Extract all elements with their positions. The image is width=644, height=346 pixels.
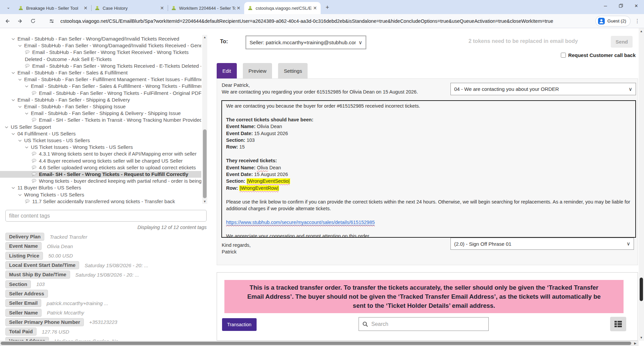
tree-item[interactable]: Email - StubHub - Fan Seller - Shipping … [0, 103, 201, 110]
back-button[interactable] [2, 16, 13, 26]
grid-view-button[interactable] [610, 317, 626, 331]
browser-tab[interactable]: WorkItem 2204644 - Seller Tool✕ [168, 2, 244, 14]
comment-bubble-icon [32, 118, 37, 122]
send-button[interactable]: Send [611, 36, 633, 48]
transaction-button[interactable]: Transaction [222, 318, 257, 331]
tree-item[interactable]: Email - StubHub - Fan Seller - Wrong Tic… [0, 49, 201, 62]
tree-scroll-thumb[interactable] [203, 129, 207, 198]
tag-value: 127.76 USD [42, 329, 69, 335]
tree-item[interactable]: 11 Buyer Blurbs - US Sellers [0, 184, 201, 191]
tab-search-icon[interactable]: ⌄ [3, 1, 14, 13]
blurb-select[interactable]: 04 - We are contacting you about your OR… [450, 83, 636, 95]
tree-item-label: US Seller Support [11, 124, 51, 130]
forward-button[interactable] [15, 16, 25, 26]
tag-value: Saturday 15/08/2026 - 20: ... [85, 263, 148, 268]
request-callback-checkbox-row[interactable]: Request Customer call back [561, 52, 636, 58]
scroll-down-icon[interactable]: ▼ [202, 199, 207, 204]
blurb-body-editor[interactable]: ✖ We are contacting you because the buye… [221, 100, 636, 238]
tracked-transfer-notice: This is a tracked transfer order. To tra… [224, 280, 624, 313]
tree-item[interactable]: Email - StubHub - Fan Seller - Wrong/Dam… [0, 42, 201, 49]
tree-item[interactable]: US Seller Support [0, 124, 201, 130]
restore-button[interactable] [613, 0, 629, 11]
request-callback-label: Request Customer call back [568, 52, 636, 58]
site-settings-icon[interactable] [46, 16, 57, 26]
tag-chip[interactable]: Local Event Start Date/Time [5, 261, 79, 269]
tab-edit[interactable]: Edit [217, 63, 237, 78]
chevron-down-icon [25, 146, 29, 149]
tree-item[interactable]: 4.3.1 Wrong tickets sent to buyer check … [0, 151, 201, 157]
chevron-down-icon [18, 139, 22, 142]
tag-chip[interactable]: Total Paid [5, 328, 37, 336]
profile-button[interactable]: Guest (2) [595, 16, 631, 26]
tag-chip[interactable]: Seller Name [5, 309, 42, 317]
browser-tab[interactable]: Case History✕ [91, 2, 168, 14]
tree-item[interactable]: US Ticket Issues - US Sellers [0, 137, 201, 144]
tab-title: Case History [103, 6, 159, 11]
tokens-warning-text: 2 tokens need to be replaced in email bo… [469, 38, 578, 44]
tag-chip[interactable]: Must Ship By Date/Time [5, 271, 70, 279]
tree-item[interactable]: Wrong tickets - buyer declined keeping w… [0, 178, 201, 184]
tree-item[interactable]: Email - StubHub - Fan Seller - Wrong Tic… [0, 90, 201, 97]
email-line [226, 109, 631, 116]
url-bar[interactable]: cstoolsqa.viagogo.net/CSL/EmailBlurb/Spa… [60, 18, 553, 24]
tree-item[interactable]: Email - StubHub - Fan Seller - Wrong/Dam… [0, 36, 201, 42]
tab-settings[interactable]: Settings [278, 63, 308, 78]
tree-item[interactable]: Email - StubHub - Fan Seller - Sales & F… [0, 83, 201, 90]
signoff-select[interactable]: (2.0) - Sign Off Phrase 01 ∨ [450, 238, 634, 250]
scroll-right-icon[interactable]: ▶ [633, 341, 638, 346]
recipient-select[interactable]: Seller: patrick.mccarthy+training@stubhu… [246, 36, 366, 49]
tree-scrollbar[interactable]: ▲ ▼ [202, 35, 207, 204]
tag-chip[interactable]: Delivery Plan [5, 233, 44, 241]
tree-item[interactable]: 04 Fulfillment - US Sellers [0, 130, 201, 137]
tab-preview[interactable]: Preview [243, 63, 272, 78]
tree-item[interactable]: Email - StubHub - Fan Seller - Wrong Tic… [0, 63, 201, 69]
scroll-up-icon[interactable]: ▲ [639, 29, 644, 34]
tree-item[interactable]: 4.4 Buyer received wrong tickets seller … [0, 158, 201, 164]
browser-tab[interactable]: cstoolsqa.viagogo.net/CSL/Em...✕ [244, 2, 321, 14]
order-details-link[interactable]: https://www.stubhub.com/secure/myaccount… [226, 220, 375, 225]
tag-chip[interactable]: Seller Address [5, 290, 48, 298]
close-tab-icon[interactable]: ✕ [83, 5, 89, 11]
tree-item[interactable]: Email - StubHub - Fan Seller - Fulfillme… [0, 76, 201, 83]
browser-menu-button[interactable]: ⋮ [633, 16, 641, 26]
email-line: Please use the link below to confirm if … [226, 198, 631, 212]
email-composer: To: Seller: patrick.mccarthy+training@st… [208, 28, 644, 346]
tree-item[interactable]: Email - SH - Seller - Tickets in Transit… [0, 117, 201, 123]
tree-item[interactable]: Wrong Tickets - US Sellers [0, 191, 201, 198]
tree-item[interactable]: 11.7 Seller accidentally transferred wro… [0, 198, 201, 204]
tree-item[interactable]: Email - StubHub - Fan Seller - Shipping … [0, 110, 201, 117]
close-tab-icon[interactable]: ✕ [159, 5, 165, 11]
horizontal-scroll-thumb[interactable] [1, 342, 631, 345]
tree-item[interactable]: Email - StubHub - Fan Seller - Shipping … [0, 97, 201, 103]
request-callback-checkbox[interactable] [561, 53, 566, 58]
tag-chip[interactable]: Section [5, 280, 31, 288]
new-tab-button[interactable]: + [323, 3, 332, 12]
chevron-down-icon: ∨ [359, 40, 362, 46]
tag-chip[interactable]: Seller Primary Phone Number [5, 318, 84, 326]
tree-item-label: Email - StubHub - Fan Seller - Sales & F… [31, 83, 201, 89]
page-horizontal-scrollbar[interactable]: ▶ [0, 341, 639, 346]
close-tab-icon[interactable]: ✕ [235, 5, 241, 11]
minimize-button[interactable]: ─ [598, 0, 613, 11]
reload-button[interactable] [28, 16, 38, 26]
vertical-scroll-thumb[interactable] [640, 278, 643, 301]
content-tag-row: Event NameOlivia Dean [5, 241, 207, 251]
tag-chip[interactable]: Event Name [5, 242, 42, 250]
scroll-down-icon[interactable]: ▼ [639, 335, 644, 340]
tag-chip[interactable]: Listing Price [5, 252, 43, 260]
email-line: We appreciate your cooperation and promp… [226, 233, 631, 238]
tag-chip[interactable]: Seller Email [5, 299, 41, 307]
tree-item[interactable]: Email - StubHub - Fan Seller - Sales & F… [0, 69, 201, 76]
tree-item[interactable]: US Ticket Issues - Wrong Tickets - US Se… [0, 144, 201, 151]
tree-item[interactable]: 4.6 Seller uploaded wrong etickets ask s… [0, 164, 201, 171]
page-vertical-scrollbar[interactable]: ▲ ▼ [639, 28, 644, 341]
filter-content-tags-input[interactable] [5, 210, 207, 222]
search-input[interactable] [371, 321, 485, 327]
close-tab-icon[interactable]: ✕ [312, 5, 318, 11]
tag-value: 50.00 USD [48, 253, 73, 258]
scroll-up-icon[interactable]: ▲ [202, 35, 207, 40]
tree-item[interactable]: Email- SH - Seller - Wrong Tickets - Req… [0, 171, 201, 178]
close-window-button[interactable]: ✕ [629, 0, 644, 11]
content-tag-sidebar: Email - StubHub - Fan Seller - Wrong/Dam… [0, 28, 208, 346]
browser-tab[interactable]: Breakage Hub - Seller Tool✕ [15, 2, 91, 14]
